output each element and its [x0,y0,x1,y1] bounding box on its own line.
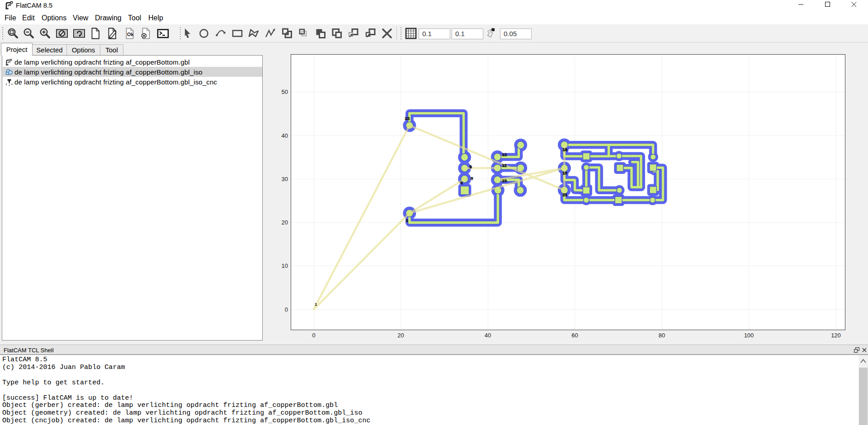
svg-text:120: 120 [831,332,841,339]
svg-text:19: 19 [563,147,568,152]
svg-text:60: 60 [571,332,578,339]
svg-text:7: 7 [471,176,473,181]
svg-text:10: 10 [282,262,288,269]
svg-text:30: 30 [282,176,288,182]
svg-text:50: 50 [282,89,288,95]
svg-text:20: 20 [282,219,288,226]
svg-text:11: 11 [502,163,507,168]
svg-text:14: 14 [502,178,507,183]
svg-text:80: 80 [659,332,665,339]
svg-text:23: 23 [405,116,410,121]
svg-text:0: 0 [285,306,288,313]
svg-text:21: 21 [563,192,568,197]
svg-text:0: 0 [312,332,315,339]
svg-text:13: 13 [502,152,507,157]
svg-text:9: 9 [470,164,472,169]
svg-text:40: 40 [282,132,288,139]
svg-text:40: 40 [485,332,491,339]
svg-text:3: 3 [406,218,408,223]
svg-text:17: 17 [563,171,568,176]
svg-text:100: 100 [744,332,754,339]
svg-text:20: 20 [397,332,404,339]
svg-text:4: 4 [461,181,463,186]
svg-text:1: 1 [315,302,317,307]
